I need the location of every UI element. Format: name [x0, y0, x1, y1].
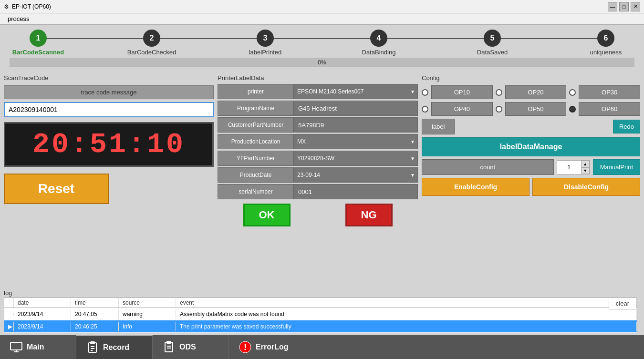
- radio-op20[interactable]: [496, 89, 502, 96]
- step-5: 5 DataSaved: [464, 30, 521, 56]
- step-label-4: DataBinding: [362, 49, 396, 56]
- error-icon: !: [239, 340, 252, 354]
- scan-input[interactable]: [4, 102, 214, 117]
- enable-disable-row: EnableConfig DisableConfig: [422, 178, 640, 196]
- label-redo-row: label Redo: [422, 119, 640, 134]
- disable-config-button[interactable]: DisableConfig: [532, 178, 640, 196]
- log-col-time: time: [71, 298, 119, 308]
- date-select[interactable]: 23-09-14: [294, 167, 418, 183]
- location-select-wrapper[interactable]: MX: [294, 134, 418, 149]
- spinner-buttons: ▲ ▼: [581, 161, 590, 174]
- ok-ng-row: OK NG: [218, 201, 418, 229]
- main-content: 1 BarCodeScanned 2 BarCodeChecked 3 labe…: [0, 25, 644, 335]
- reset-button[interactable]: Reset: [4, 174, 109, 204]
- printer-value-6: 0001: [294, 184, 418, 199]
- count-down-button[interactable]: ▼: [581, 167, 590, 174]
- manual-print-button[interactable]: ManualPrint: [593, 159, 640, 175]
- trace-code-button[interactable]: trace code message: [4, 85, 214, 99]
- log-label: log: [4, 289, 640, 297]
- monitor-icon: [10, 340, 23, 354]
- printer-label-5: ProductDate: [218, 167, 294, 183]
- step-6: 6 uniqueness: [577, 30, 634, 56]
- op10-button[interactable]: OP10: [431, 85, 493, 99]
- menu-process[interactable]: process: [4, 14, 33, 23]
- close-button[interactable]: ✕: [631, 2, 640, 11]
- enable-config-button[interactable]: EnableConfig: [422, 178, 530, 196]
- printer-select[interactable]: EPSON M2140 Series007: [294, 84, 418, 99]
- right-panel: Config OP10 OP20 OP30 OP40: [422, 74, 640, 284]
- config-op60: OP60: [569, 102, 640, 116]
- radio-op60[interactable]: [569, 106, 576, 113]
- log-col-date: date: [14, 298, 71, 308]
- middle-section: ScanTraceCode trace code message 20:51:1…: [0, 71, 644, 287]
- taskbar-ods[interactable]: ODS: [153, 335, 229, 359]
- printer-value-1: G45 Headrest: [294, 101, 418, 116]
- log-col-event: event: [176, 298, 637, 308]
- log-row-1-event: The print parameter was saved successful…: [176, 322, 637, 331]
- config-op50: OP50: [496, 102, 567, 116]
- log-row-1-arrow: ▶: [4, 322, 14, 331]
- middle-panel: PrinterLabelData printer EPSON M2140 Ser…: [218, 74, 418, 284]
- taskbar-errorlog-label: ErrorLog: [256, 343, 288, 351]
- title-bar: ⚙ EP-IOT (OP60) — □ ✕: [0, 0, 644, 13]
- printer-label-0: printer: [218, 84, 294, 99]
- step-label-3: labelPrinted: [249, 49, 282, 56]
- redo-button[interactable]: Redo: [613, 120, 640, 133]
- log-row-0[interactable]: 2023/9/14 20:47:05 warning Assembly data…: [4, 308, 637, 320]
- log-row-1-time: 20:46:25: [71, 322, 119, 331]
- printer-select-wrapper[interactable]: EPSON M2140 Series007: [294, 84, 418, 99]
- menu-bar: process: [0, 13, 644, 25]
- log-row-0-time: 20:47:05: [71, 309, 119, 319]
- scan-section-label: ScanTraceCode: [4, 74, 214, 82]
- step-circle-2: 2: [143, 30, 160, 47]
- op30-button[interactable]: OP30: [579, 85, 640, 99]
- maximize-button[interactable]: □: [619, 2, 629, 11]
- radio-op50[interactable]: [496, 106, 502, 113]
- step-circle-4: 4: [370, 30, 387, 47]
- svg-text:!: !: [244, 342, 247, 352]
- date-select-wrapper[interactable]: 23-09-14: [294, 167, 418, 183]
- printer-field-2: CustomerPartNumber 5A798D9: [218, 117, 418, 133]
- op50-button[interactable]: OP50: [505, 102, 567, 116]
- config-op20: OP20: [496, 85, 567, 99]
- log-row-0-source: warning: [119, 309, 176, 319]
- location-select[interactable]: MX: [294, 134, 418, 149]
- step-circle-6: 6: [597, 30, 614, 47]
- taskbar-errorlog[interactable]: ! ErrorLog: [229, 335, 305, 359]
- steps-connector: [33, 38, 611, 39]
- progress-text: 0%: [318, 59, 326, 66]
- minimize-button[interactable]: —: [608, 2, 617, 11]
- step-label-2: BarCodeChecked: [127, 49, 177, 56]
- log-row-0-arrow: [4, 313, 14, 316]
- radio-op40[interactable]: [422, 106, 428, 113]
- yfpart-select[interactable]: Y0290828-SW: [294, 151, 418, 166]
- app-icon: ⚙: [4, 3, 9, 10]
- label-button[interactable]: label: [422, 119, 455, 134]
- count-up-button[interactable]: ▲: [581, 161, 590, 167]
- printer-field-4: YFPartNumber Y0290828-SW: [218, 151, 418, 166]
- ok-button[interactable]: OK: [243, 204, 291, 226]
- left-panel: ScanTraceCode trace code message 20:51:1…: [4, 74, 214, 284]
- log-row-1[interactable]: ▶ 2023/9/14 20:46:25 Info The print para…: [4, 320, 637, 333]
- op40-button[interactable]: OP40: [431, 102, 493, 116]
- count-input[interactable]: [557, 162, 581, 173]
- log-row-0-date: 2023/9/14: [14, 309, 71, 319]
- app-title: EP-IOT (OP60): [12, 3, 51, 10]
- taskbar-record[interactable]: Record: [76, 335, 153, 359]
- title-bar-controls: — □ ✕: [608, 2, 640, 11]
- ods-icon: [162, 340, 176, 354]
- op20-button[interactable]: OP20: [505, 85, 567, 99]
- label-data-manage-button[interactable]: labelDataManage: [422, 137, 640, 156]
- yfpart-select-wrapper[interactable]: Y0290828-SW: [294, 151, 418, 166]
- radio-op10[interactable]: [422, 89, 428, 96]
- count-label: count: [422, 159, 554, 175]
- log-row-0-event: Assembly dataMatrix code was not found: [176, 309, 637, 319]
- count-row: count ▲ ▼ ManualPrint: [422, 159, 640, 175]
- taskbar-main[interactable]: Main: [0, 335, 76, 359]
- ng-button[interactable]: NG: [345, 204, 393, 226]
- progress-bar: 0%: [10, 58, 634, 67]
- op60-button[interactable]: OP60: [579, 102, 640, 116]
- printer-label-3: ProductionLocation: [218, 134, 294, 149]
- radio-op30[interactable]: [569, 89, 576, 96]
- clear-button[interactable]: clear: [609, 297, 636, 309]
